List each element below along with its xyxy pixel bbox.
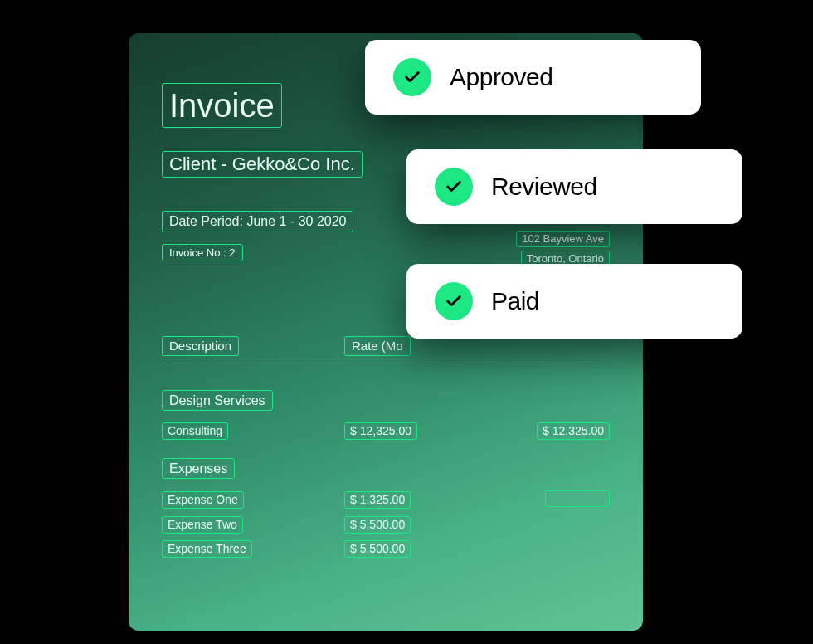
status-paid-pill: Paid <box>406 264 742 339</box>
status-approved-pill: Approved <box>365 40 701 115</box>
col-rate: Rate (Mo <box>344 336 411 356</box>
row-total: $ 12.325.00 <box>537 422 610 440</box>
row-desc: Expense Three <box>162 540 252 558</box>
invoice-title: Invoice <box>162 83 282 128</box>
table-row: Expense One $ 1,325.00 <box>162 490 610 510</box>
table-row: Expense Three $ 5,500.00 <box>162 540 610 558</box>
status-label: Paid <box>491 287 539 315</box>
section-design-services: Design Services <box>162 390 273 411</box>
status-reviewed-pill: Reviewed <box>406 149 742 224</box>
table-row: Expense Two $ 5,500.00 <box>162 516 610 534</box>
row-desc: Expense One <box>162 491 244 509</box>
row-total-empty <box>545 490 610 507</box>
row-rate: $ 12,325.00 <box>344 422 417 440</box>
client-name: Client - Gekko&Co Inc. <box>162 151 363 178</box>
table-row: Consulting $ 12,325.00 $ 12.325.00 <box>162 422 610 440</box>
col-description: Description <box>162 336 239 356</box>
row-desc: Expense Two <box>162 516 243 534</box>
table-header: Description Rate (Mo <box>162 336 610 363</box>
status-label: Approved <box>450 63 553 91</box>
row-rate: $ 5,500.00 <box>344 540 411 558</box>
row-desc: Consulting <box>162 422 228 440</box>
check-icon <box>435 168 473 206</box>
address-line-1: 102 Bayview Ave <box>516 231 610 247</box>
row-rate: $ 5,500.00 <box>344 516 411 534</box>
invoice-number: Invoice No.: 2 <box>162 244 243 262</box>
row-rate: $ 1,325.00 <box>344 491 411 509</box>
status-label: Reviewed <box>491 173 597 201</box>
check-icon <box>435 282 473 320</box>
date-period: Date Period: June 1 - 30 2020 <box>162 211 353 232</box>
check-icon <box>393 58 431 96</box>
section-expenses: Expenses <box>162 458 235 479</box>
